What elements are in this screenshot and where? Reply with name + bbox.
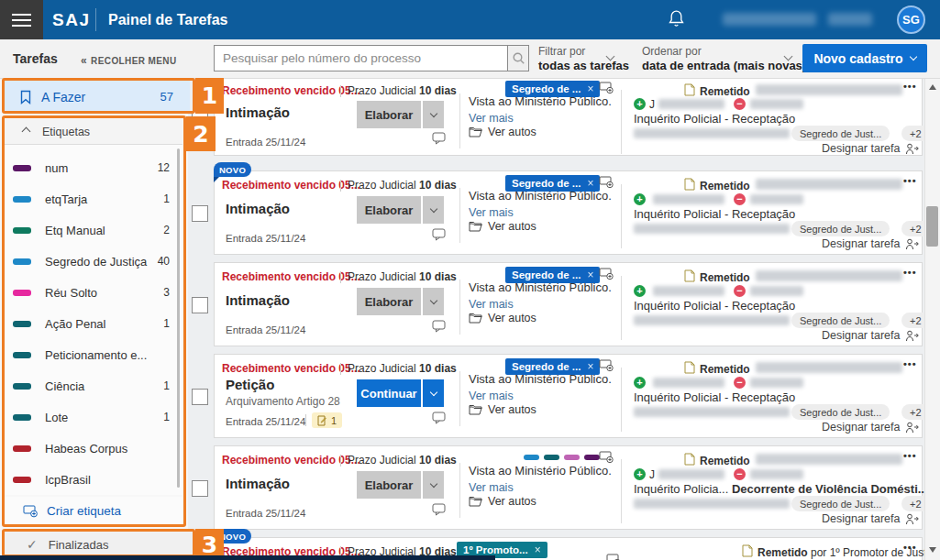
more-options-icon[interactable]: ••• xyxy=(903,81,917,92)
tag-color-chip xyxy=(544,455,559,460)
tag-item[interactable]: Segredo de Justiça40 xyxy=(5,246,175,277)
action-dropdown-button[interactable] xyxy=(423,379,444,407)
elaborar-button[interactable]: Elaborar xyxy=(357,101,421,128)
task-card[interactable]: Recebimento vencido 05... Prazo Judicial… xyxy=(214,262,923,346)
sort-dropdown[interactable]: Ordenar por data de entrada (mais novas) xyxy=(642,45,806,72)
tag-item[interactable]: Lote1 xyxy=(5,401,175,433)
comment-icon[interactable] xyxy=(432,503,447,520)
case-tag-pill[interactable]: Segredo de Just... xyxy=(791,496,890,511)
tag-item[interactable]: num12 xyxy=(5,152,175,183)
novo-badge: NOVO xyxy=(214,162,251,177)
assign-person-icon[interactable] xyxy=(905,421,920,437)
tag-item[interactable]: Habeas Corpus xyxy=(5,433,175,464)
remove-tag-icon[interactable]: × xyxy=(535,544,541,556)
assign-person-icon[interactable] xyxy=(905,142,920,159)
more-options-icon[interactable]: ••• xyxy=(903,542,917,553)
assign-person-icon[interactable] xyxy=(905,512,920,529)
case-tag-pill[interactable]: Segredo de Just... xyxy=(791,404,890,420)
tag-item[interactable]: Ação Penal1 xyxy=(5,308,175,339)
collapse-menu-button[interactable]: «RECOLHER MENU xyxy=(81,54,177,67)
scrollbar-thumb[interactable] xyxy=(926,206,938,247)
task-card[interactable]: Recebimento vencido 05... Prazo Judicial… xyxy=(214,445,923,530)
task-checkbox[interactable] xyxy=(192,205,208,222)
redacted-party xyxy=(750,469,803,479)
comment-icon[interactable] xyxy=(432,228,447,245)
remove-tag-icon[interactable]: × xyxy=(587,360,593,373)
filter-dropdown[interactable]: Filtrar por todas as tarefas xyxy=(538,45,629,72)
etiquetas-scrollbar[interactable] xyxy=(177,148,180,488)
ver-mais-link[interactable]: Ver mais xyxy=(469,481,514,491)
action-dropdown-button[interactable] xyxy=(423,101,444,128)
comment-icon[interactable] xyxy=(432,412,447,428)
remove-tag-icon[interactable]: × xyxy=(587,269,593,281)
search-button[interactable] xyxy=(507,45,529,71)
create-tag-button[interactable]: Criar etiqueta xyxy=(5,497,182,524)
create-tag-icon xyxy=(23,504,39,518)
notifications-bell-icon[interactable] xyxy=(668,9,685,33)
ver-mais-link[interactable]: Ver mais xyxy=(469,298,514,308)
folder-icon xyxy=(469,221,482,232)
case-tag-pill[interactable]: Segredo de Just... xyxy=(791,126,890,141)
assign-person-icon[interactable] xyxy=(905,329,920,346)
task-checkbox[interactable] xyxy=(192,297,208,313)
hamburger-menu-icon[interactable] xyxy=(0,0,43,39)
elaborar-button[interactable]: Elaborar xyxy=(357,288,421,315)
scrollbar-track[interactable] xyxy=(924,79,940,560)
designar-tarefa-link[interactable]: Designar tarefa xyxy=(822,329,900,342)
task-checkbox[interactable] xyxy=(192,480,208,497)
add-tag-icon[interactable] xyxy=(606,553,622,560)
task-checkbox[interactable] xyxy=(192,389,208,405)
more-options-icon[interactable]: ••• xyxy=(903,175,917,186)
elaborar-button[interactable]: Elaborar xyxy=(357,471,421,499)
remove-tag-icon[interactable]: × xyxy=(587,177,593,190)
ver-mais-link[interactable]: Ver mais xyxy=(469,112,514,122)
comment-icon[interactable] xyxy=(432,320,447,336)
tag-item[interactable]: Ciência1 xyxy=(5,370,175,401)
tag-item[interactable]: Peticionamento e... xyxy=(5,339,175,370)
continuar-button[interactable]: Continuar xyxy=(357,379,421,407)
sidebar-item-a-fazer[interactable]: A Fazer 57 xyxy=(5,81,190,113)
tag-item[interactable]: Etq Manual2 xyxy=(5,214,175,246)
elaborar-button[interactable]: Elaborar xyxy=(357,196,421,224)
scroll-up-icon[interactable] xyxy=(929,84,936,90)
scroll-down-icon[interactable] xyxy=(929,547,936,553)
action-dropdown-button[interactable] xyxy=(423,471,444,499)
ver-autos-link[interactable]: Ver autos xyxy=(469,403,536,416)
tag-item[interactable]: IcpBrasil xyxy=(5,464,175,495)
case-tag-pill[interactable]: Segredo de Just... xyxy=(791,313,890,328)
more-options-icon[interactable]: ••• xyxy=(903,450,917,461)
comment-icon[interactable] xyxy=(432,132,447,148)
redacted-text xyxy=(756,454,902,465)
tag-item[interactable]: etqTarja1 xyxy=(5,183,175,214)
assign-person-icon[interactable] xyxy=(905,237,920,254)
ver-autos-link[interactable]: Ver autos xyxy=(469,312,536,324)
ver-autos-link[interactable]: Ver autos xyxy=(469,126,536,138)
action-dropdown-button[interactable] xyxy=(423,196,444,224)
ver-autos-link[interactable]: Ver autos xyxy=(469,495,536,508)
ver-mais-link[interactable]: Ver mais xyxy=(469,390,514,400)
mini-tag-chips[interactable] xyxy=(524,455,600,460)
designar-tarefa-link[interactable]: Designar tarefa xyxy=(822,237,900,250)
designar-tarefa-link[interactable]: Designar tarefa xyxy=(822,142,900,155)
more-options-icon[interactable]: ••• xyxy=(903,358,917,369)
ver-autos-link[interactable]: Ver autos xyxy=(469,220,536,233)
task-card[interactable]: Recebimento vencido 05... Prazo Judicial… xyxy=(214,170,923,255)
designar-tarefa-link[interactable]: Designar tarefa xyxy=(822,421,900,434)
more-options-icon[interactable]: ••• xyxy=(903,267,917,278)
ver-mais-link[interactable]: Ver mais xyxy=(469,206,514,216)
search-input[interactable] xyxy=(214,45,507,71)
avatar[interactable]: SG xyxy=(897,5,925,34)
case-tag-pill[interactable]: Segredo de Just... xyxy=(791,221,890,236)
sidebar-item-finalizadas[interactable]: ✓ Finalizadas xyxy=(5,532,190,557)
action-dropdown-button[interactable] xyxy=(423,288,444,315)
tag-item[interactable]: Réu Solto3 xyxy=(5,277,175,308)
task-card[interactable]: Recebimento vencido 05... Prazo Judicial… xyxy=(214,354,923,438)
etiquetas-section-toggle[interactable]: Etiquetas xyxy=(5,119,182,145)
new-record-button[interactable]: Novo cadastro xyxy=(802,44,927,72)
deadline: Prazo Judicial 10 dias xyxy=(348,454,457,467)
designar-tarefa-link[interactable]: Designar tarefa xyxy=(822,512,900,525)
collapse-icon: « xyxy=(81,54,87,67)
task-card[interactable]: Recebimento vencido 05... Prazo Judicial… xyxy=(214,79,923,156)
draft-count-badge[interactable]: 1 xyxy=(312,412,342,428)
remove-tag-icon[interactable]: × xyxy=(587,82,593,95)
